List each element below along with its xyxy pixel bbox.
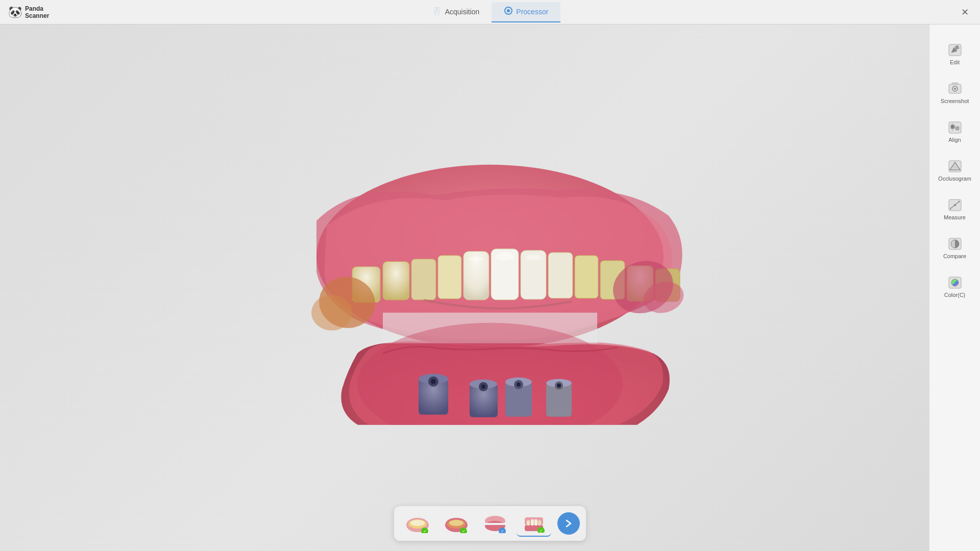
occlusogram-label: Occlusogram xyxy=(938,176,971,182)
bottom-toolbar: ✓ ✓ ✓ xyxy=(394,506,586,541)
processor-icon xyxy=(504,6,513,17)
view-button-3[interactable]: ✓ xyxy=(478,510,512,537)
screenshot-label: Screenshot xyxy=(941,98,969,104)
next-button[interactable] xyxy=(557,512,580,535)
svg-point-16 xyxy=(526,255,541,261)
tab-acquisition[interactable]: 🦷 Acquisition xyxy=(420,3,492,21)
occlusogram-button[interactable]: Occlusogram xyxy=(935,151,975,188)
svg-point-56 xyxy=(954,204,956,206)
dental-model-viewport[interactable] xyxy=(281,139,699,425)
svg-text:✓: ✓ xyxy=(423,529,427,533)
svg-point-60 xyxy=(951,279,959,286)
svg-text:✓: ✓ xyxy=(540,529,543,533)
svg-point-39 xyxy=(311,295,352,331)
compare-icon xyxy=(947,237,963,251)
view-button-4[interactable]: ✓ xyxy=(517,510,551,537)
svg-point-17 xyxy=(469,257,483,262)
svg-rect-11 xyxy=(575,256,598,298)
logo-area: 🐼 Panda Scanner xyxy=(8,5,49,19)
svg-point-23 xyxy=(431,379,436,384)
align-icon xyxy=(947,120,963,135)
svg-text:✓: ✓ xyxy=(462,529,465,533)
color-label: Color(C) xyxy=(944,292,966,298)
align-button[interactable]: Align xyxy=(935,112,975,149)
edit-label: Edit xyxy=(950,59,960,65)
svg-point-35 xyxy=(557,384,561,388)
svg-rect-5 xyxy=(411,259,436,300)
nav-tabs: 🦷 Acquisition Processor xyxy=(420,2,561,22)
view-button-2[interactable]: ✓ xyxy=(439,510,474,537)
svg-rect-45 xyxy=(949,122,961,133)
acquisition-icon: 🦷 xyxy=(432,7,442,16)
svg-text:✓: ✓ xyxy=(501,529,504,533)
screenshot-icon xyxy=(947,82,963,96)
svg-rect-44 xyxy=(952,83,958,85)
svg-point-27 xyxy=(481,385,485,389)
svg-rect-73 xyxy=(485,523,505,525)
tab-acquisition-label: Acquisition xyxy=(445,8,480,16)
measure-icon xyxy=(947,198,963,212)
align-label: Align xyxy=(948,137,961,143)
compare-button[interactable]: Compare xyxy=(935,229,975,265)
svg-rect-80 xyxy=(534,519,537,525)
svg-rect-47 xyxy=(955,127,959,130)
svg-rect-4 xyxy=(383,262,409,300)
right-toolbar: Edit Screenshot Align xyxy=(929,24,980,551)
compare-label: Compare xyxy=(943,253,966,259)
tab-processor-label: Processor xyxy=(516,8,548,16)
svg-point-31 xyxy=(517,383,521,387)
svg-rect-6 xyxy=(438,256,461,299)
svg-point-1 xyxy=(507,9,510,12)
color-icon xyxy=(947,276,963,290)
logo-panda-icon: 🐼 xyxy=(8,6,22,19)
svg-point-43 xyxy=(954,88,956,90)
edit-icon xyxy=(947,43,963,57)
svg-point-63 xyxy=(410,520,425,526)
svg-point-68 xyxy=(449,520,463,526)
header: 🐼 Panda Scanner 🦷 Acquisition Processor … xyxy=(0,0,980,24)
edit-button[interactable]: Edit xyxy=(935,35,975,71)
svg-rect-81 xyxy=(538,520,541,525)
view-button-1[interactable]: ✓ xyxy=(400,510,435,537)
svg-point-15 xyxy=(496,253,514,261)
svg-rect-10 xyxy=(548,253,573,298)
measure-label: Measure xyxy=(944,214,966,220)
measure-button[interactable]: Measure xyxy=(935,190,975,227)
svg-rect-78 xyxy=(527,520,530,525)
occlusogram-icon xyxy=(947,159,963,173)
color-button[interactable]: Color(C) xyxy=(935,267,975,304)
close-button[interactable]: ✕ xyxy=(958,5,972,19)
tab-processor[interactable]: Processor xyxy=(492,2,560,22)
svg-rect-79 xyxy=(531,519,534,525)
screenshot-button[interactable]: Screenshot xyxy=(935,73,975,110)
logo-text: Panda Scanner xyxy=(25,5,49,19)
main-area xyxy=(0,24,980,551)
